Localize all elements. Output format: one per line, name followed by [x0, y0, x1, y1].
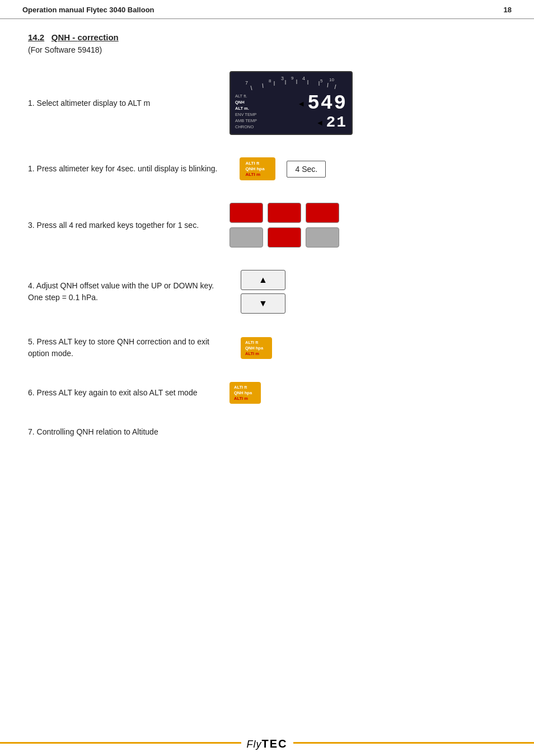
label-env-temp: ENV TEMP: [235, 112, 262, 118]
label-qnh: QNH: [235, 100, 262, 106]
step-1-text: 1. Select altimeter display to ALT m: [28, 97, 207, 109]
sec-box: 4 Sec.: [287, 161, 326, 178]
step-3-row: 3. Press all 4 red marked keys together …: [28, 203, 506, 248]
svg-line-8: [335, 85, 336, 89]
arrow-left-sub: ◄: [316, 118, 324, 127]
step-6-row: 6. Press ALT key again to exit also ALT …: [28, 382, 506, 404]
step-4-text: 4. Adjust QNH offset value with the UP o…: [28, 280, 218, 304]
updown-container: ▲ ▼: [241, 270, 285, 314]
up-key: ▲: [241, 270, 285, 290]
sub-reading: 21: [326, 115, 347, 130]
label-amb-temp: AMB TEMP: [235, 118, 262, 124]
step-1-row: 1. Select altimeter display to ALT m: [28, 71, 506, 135]
alti-row3: ALTI m: [245, 172, 260, 177]
device-row-main: ◄ 549: [297, 94, 347, 114]
header-page: 18: [504, 6, 512, 14]
alti6-row2: QNH hpa: [234, 390, 252, 395]
page-footer: FlyTEC: [0, 731, 534, 756]
alti5-row2: QNH hpa: [245, 346, 263, 351]
section-label-static: QNH -: [51, 32, 78, 42]
key-gray-2: [306, 227, 339, 248]
step-6-text: 6. Press ALT key again to exit also ALT …: [28, 387, 207, 399]
footer-logo-text: FlyTEC: [247, 738, 288, 750]
step-2-row: 1. Press altimeter key for 4sec. until d…: [28, 157, 506, 180]
svg-text:7: 7: [245, 80, 248, 86]
svg-text:9: 9: [291, 76, 294, 81]
label-chrono: CHRONO: [235, 124, 262, 130]
alti-row2: QNH hpa: [245, 166, 264, 171]
device-row-sub: ◄ 21: [316, 115, 347, 130]
device-gauge: 7 3 4 5 10 8 9: [235, 76, 347, 91]
key-red-4: [268, 227, 301, 248]
alti-button-step2: ALTI ft QNH hpa ALTI m: [240, 157, 275, 180]
alti6-row3: ALTI m: [234, 396, 248, 401]
alti-row1: ALTI ft: [245, 161, 259, 166]
svg-line-0: [251, 86, 252, 90]
step-3-text: 3. Press all 4 red marked keys together …: [28, 220, 207, 231]
step-7-row: 7. Controlling QNH relation to Altitude: [28, 426, 506, 438]
content: 14.2 QNH - correction (For Software 5941…: [0, 19, 534, 483]
arrow-left-main: ◄: [297, 99, 305, 108]
device-body: ALT ft. QNH ALT m. ENV TEMP AMB TEMP CHR…: [235, 94, 347, 130]
step-2-visual: ALTI ft QNH hpa ALTI m 4 Sec.: [240, 157, 506, 180]
step-5-text: 5. Press ALT key to store QNH correction…: [28, 336, 218, 360]
down-key: ▼: [241, 293, 285, 314]
device-readings: ◄ 549 ◄ 21: [265, 94, 347, 130]
header-title: Operation manual Flytec 3040 Balloon: [22, 6, 154, 14]
page-header: Operation manual Flytec 3040 Balloon 18: [0, 0, 534, 19]
footer-logo: FlyTEC: [241, 738, 293, 750]
svg-text:5: 5: [320, 78, 323, 83]
step-3-visual: [229, 203, 506, 248]
section-label-underline: correction: [77, 32, 118, 42]
svg-text:10: 10: [329, 77, 334, 82]
step-5-row: 5. Press ALT key to store QNH correction…: [28, 336, 506, 360]
key-grid: [229, 203, 339, 248]
key-red-1: [229, 203, 263, 223]
key-red-3: [306, 203, 339, 223]
alti5-row3: ALTI m: [245, 351, 259, 356]
svg-text:4: 4: [302, 76, 305, 81]
step-2-text: 1. Press altimeter key for 4sec. until d…: [28, 163, 217, 175]
alti-button-step6: ALTI ft QNH hpa ALTI m: [229, 382, 261, 404]
svg-text:3: 3: [281, 76, 284, 81]
step-1-visual: 7 3 4 5 10 8 9 ALT ft. QNH ALT m.: [229, 71, 506, 135]
label-alt-m: ALT m.: [235, 106, 262, 112]
svg-line-7: [327, 83, 328, 87]
alti-button-step5: ALTI ft QNH hpa ALTI m: [241, 337, 272, 359]
subtitle: (For Software 59418): [28, 45, 506, 54]
svg-text:8: 8: [269, 78, 271, 83]
step-4-visual: ▲ ▼: [241, 270, 506, 314]
section-heading: 14.2 QNH - correction: [28, 32, 506, 42]
step-5-visual: ALTI ft QNH hpa ALTI m: [241, 337, 506, 359]
device-labels: ALT ft. QNH ALT m. ENV TEMP AMB TEMP CHR…: [235, 94, 265, 130]
main-reading: 549: [307, 94, 347, 114]
alti6-row1: ALTI ft: [234, 385, 247, 390]
alti5-row1: ALTI ft: [245, 340, 258, 345]
svg-line-1: [263, 83, 263, 88]
step-4-row: 4. Adjust QNH offset value with the UP o…: [28, 270, 506, 314]
device-display: 7 3 4 5 10 8 9 ALT ft. QNH ALT m.: [229, 71, 353, 135]
step-6-visual: ALTI ft QNH hpa ALTI m: [229, 382, 506, 404]
label-alt-ft: ALT ft.: [235, 94, 262, 100]
step-7-text: 7. Controlling QNH relation to Altitude: [28, 426, 207, 438]
key-red-2: [268, 203, 301, 223]
section-number: 14.2: [28, 32, 44, 42]
key-gray-1: [229, 227, 263, 248]
